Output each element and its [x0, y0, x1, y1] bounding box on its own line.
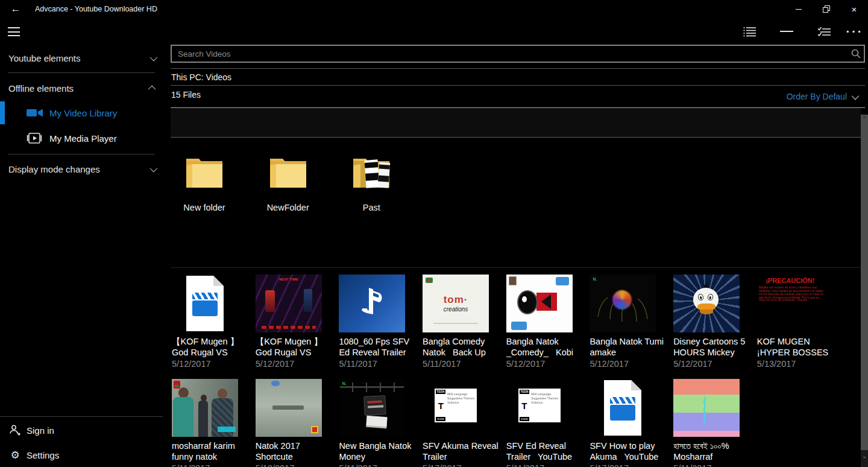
- caption-buttons: ×: [785, 0, 868, 18]
- more-button[interactable]: ···: [844, 24, 866, 39]
- video-thumbnail: [339, 275, 405, 332]
- shape: [186, 276, 224, 331]
- selection-accent-bar: [0, 101, 5, 124]
- folder-icon-with-content: [339, 147, 404, 201]
- chevron-down-icon: [852, 92, 860, 100]
- shape: [272, 405, 304, 410]
- shape: [433, 323, 478, 324]
- search-input[interactable]: [171, 45, 865, 63]
- section-label: Display mode changes: [8, 164, 100, 174]
- multi-select-button[interactable]: [813, 24, 835, 39]
- video-title: New Bangla Natok Money: [339, 440, 420, 462]
- person-icon: [9, 424, 21, 436]
- restore-button[interactable]: [813, 0, 840, 18]
- shape: [262, 326, 316, 329]
- video-date: 5/12/2017: [673, 359, 757, 369]
- shape: [304, 289, 312, 312]
- video-item[interactable]: NEXT TIME 【KOF Mugen 】 God Rugal VS 5/12…: [256, 275, 339, 369]
- scrollbar-thumb[interactable]: [861, 115, 868, 450]
- section-offline-elements[interactable]: Offline elements: [8, 82, 156, 94]
- video-item[interactable]: Natok 2017 Shortcute 5/12/2017: [256, 379, 339, 467]
- video-thumbnail: tom· creations: [423, 275, 489, 332]
- video-item[interactable]: SFV How to play Akuma YouTube 5/17/2017: [590, 379, 673, 467]
- video-item[interactable]: TEEN T ESRB Mild Language Suggestive The…: [423, 379, 506, 467]
- sidebar-item-my-video-library[interactable]: My Video Library: [0, 101, 163, 124]
- video-item[interactable]: mosharraf karim funny natok 5/11/2017: [172, 379, 256, 467]
- sign-in-label: Sign in: [27, 425, 54, 436]
- video-title: mosharraf karim funny natok: [172, 440, 253, 462]
- section-label: Youtube elements: [8, 53, 81, 63]
- video-file-icon: [590, 379, 656, 437]
- sidebar-item-label: My Media Player: [49, 133, 117, 144]
- folder-item[interactable]: NewFolder: [256, 147, 339, 212]
- scroll-up-icon[interactable]: ⌃: [861, 115, 867, 122]
- video-item[interactable]: ¡PRECAUCIÓN! Batalla con exceso de luces…: [757, 275, 841, 369]
- restore-icon: [823, 5, 830, 13]
- video-thumbnail: [506, 275, 573, 332]
- video-date: 5/11/2017: [506, 463, 590, 467]
- more-icon: ···: [846, 28, 864, 34]
- back-arrow-icon: ←: [11, 3, 21, 15]
- esrb-rating-label: TEEN: [437, 390, 445, 393]
- hand-outlines: [590, 275, 656, 332]
- video-title: Bangla Natok Tumi amake: [590, 336, 670, 358]
- folder-name: NewFolder: [256, 203, 321, 212]
- dash-icon: [780, 31, 793, 32]
- section-label: Offline elements: [8, 83, 74, 94]
- hamburger-menu-button[interactable]: [8, 27, 20, 36]
- location-label: This PC: Videos: [171, 72, 231, 82]
- esrb-org-label: ESRB: [438, 418, 444, 421]
- shape: [541, 294, 551, 309]
- video-item[interactable]: tom· creations Bangla Comedy Natok Back …: [423, 275, 506, 369]
- shape: [556, 277, 569, 285]
- multi-select-icon: [817, 27, 831, 37]
- divider: [171, 85, 865, 86]
- video-title: Bangla Comedy Natok Back Up: [423, 336, 503, 358]
- section-display-mode[interactable]: Display mode changes: [8, 163, 156, 175]
- navigation-pane: Youtube elements Offline elements My Vid…: [0, 45, 163, 467]
- folder-name: New folder: [172, 203, 237, 212]
- squiggle-text-shape: [673, 379, 740, 437]
- esrb-rating-label: TEEN: [521, 390, 529, 393]
- settings-button[interactable]: ⚙ Settings: [0, 445, 163, 465]
- order-by-dropdown[interactable]: Order By Defaul: [787, 92, 857, 101]
- vertical-scrollbar[interactable]: ⌃ ⌄: [861, 115, 868, 467]
- thumb-caption: NEXT TIME: [256, 278, 322, 281]
- video-item[interactable]: Bangla Natok _Comedy_ Kobi 5/12/2017: [506, 275, 590, 369]
- video-item[interactable]: হাসতে হবেই ১০০% Mosharraf 5/11/2017: [673, 379, 757, 467]
- video-date: 5/11/2017: [423, 359, 506, 369]
- back-button[interactable]: ←: [5, 0, 27, 18]
- thumb-warning-title: ¡PRECAUCIÓN!: [757, 277, 823, 284]
- folder-item[interactable]: Past: [339, 147, 423, 212]
- video-title: SFV Ed Reveal Trailer YouTube: [506, 440, 587, 462]
- esrb-descriptor: Suggestive Themes: [531, 397, 558, 401]
- video-item[interactable]: 1080_60 Fps SFV Ed Reveal Trailer 5/11/2…: [339, 275, 423, 369]
- close-button[interactable]: ×: [840, 0, 868, 18]
- video-thumbnail: N.: [339, 379, 405, 437]
- video-item[interactable]: N. New Bangla Natok Money 5/11/2017: [339, 379, 423, 467]
- scroll-down-icon[interactable]: ⌄: [861, 453, 867, 460]
- list-view-button[interactable]: [739, 24, 761, 39]
- shape: [173, 397, 193, 437]
- shape: [366, 416, 388, 427]
- section-youtube-elements[interactable]: Youtube elements: [8, 52, 156, 64]
- video-item[interactable]: 【KOF Mugen 】 God Rugal VS 5/12/2017: [172, 275, 256, 369]
- esrb-descriptor: Violence: [447, 401, 474, 405]
- dash-button[interactable]: [776, 24, 797, 39]
- video-title: 【KOF Mugen 】 God Rugal VS: [172, 336, 253, 358]
- video-title: SFV How to play Akuma YouTube: [590, 440, 670, 462]
- search-bar: [171, 45, 865, 63]
- shape: [394, 383, 395, 392]
- video-file-icon: [172, 275, 238, 332]
- flag-badge: [426, 278, 433, 283]
- minimize-button[interactable]: [785, 0, 813, 18]
- video-grid-row-1: 【KOF Mugen 】 God Rugal VS 5/12/2017 NEXT…: [172, 275, 841, 369]
- video-item[interactable]: TEEN T ESRB Mild Language Suggestive The…: [506, 379, 590, 467]
- folder-item[interactable]: New folder: [172, 147, 256, 212]
- video-date: 5/13/2017: [757, 359, 841, 369]
- video-item[interactable]: N. Bangla Natok Tumi amake 5/12/2017: [590, 275, 673, 369]
- sidebar-item-my-media-player[interactable]: My Media Player: [0, 127, 163, 150]
- video-item[interactable]: Disney Cartoons 5 HOURS Mickey 5/12/2017: [673, 275, 757, 369]
- sign-in-button[interactable]: Sign in: [0, 420, 163, 440]
- thumb-warning-body: Batalla con exceso de luces y destellos …: [759, 286, 823, 302]
